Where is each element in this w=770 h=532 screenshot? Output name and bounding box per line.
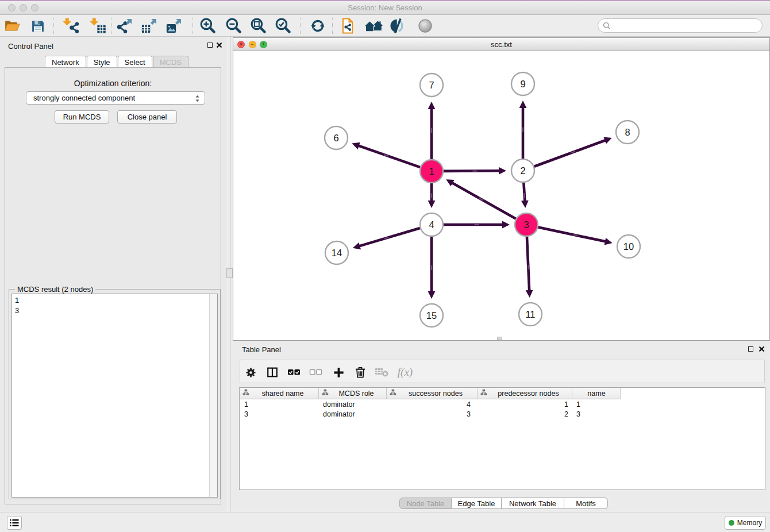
- columns-icon[interactable]: [265, 365, 280, 380]
- table-cell[interactable]: dominator: [319, 409, 387, 419]
- table-panel-close-icon[interactable]: [759, 346, 765, 352]
- home-icon[interactable]: [364, 17, 383, 35]
- import-network-icon[interactable]: [61, 17, 80, 35]
- graph-node-14[interactable]: 14: [325, 241, 348, 264]
- graph-edge-3-1[interactable]: [446, 179, 515, 218]
- mcds-result-scrollbar[interactable]: [209, 294, 217, 497]
- birdseye-icon[interactable]: [416, 17, 434, 35]
- network-canvas[interactable]: 7968124314101511: [233, 51, 769, 340]
- graph-edge-1-4[interactable]: [428, 183, 436, 208]
- graph-node-9[interactable]: 9: [511, 72, 534, 95]
- graph-edge-3-10[interactable]: [538, 227, 613, 245]
- export-image-icon[interactable]: [165, 17, 183, 35]
- graph-node-7[interactable]: 7: [420, 74, 443, 97]
- graph-node-10[interactable]: 10: [617, 235, 640, 258]
- export-table-icon[interactable]: [140, 17, 159, 35]
- control-tab-network[interactable]: Network: [45, 56, 86, 68]
- graph-edge-1-7[interactable]: [428, 102, 436, 159]
- criterion-dropdown[interactable]: strongly connected component: [26, 91, 205, 105]
- graph-edge-4-3[interactable]: [444, 221, 510, 229]
- graph-node-11[interactable]: 11: [519, 303, 542, 326]
- refresh-icon[interactable]: [309, 17, 327, 35]
- graph-node-2[interactable]: 2: [511, 159, 534, 182]
- graph-node-6[interactable]: 6: [325, 126, 348, 149]
- graph-edge-2-9[interactable]: [519, 101, 527, 159]
- network-window-titlebar[interactable]: × − + scc.txt: [233, 38, 769, 51]
- table-cell[interactable]: 2: [478, 409, 572, 419]
- toolbar-separator: [300, 18, 301, 34]
- graph-node-3[interactable]: 3: [515, 213, 538, 236]
- graph-edge-4-14[interactable]: [353, 228, 420, 249]
- column-header-successor-nodes[interactable]: successor nodes: [387, 388, 478, 399]
- gear-icon[interactable]: [243, 365, 258, 380]
- zoom-in-icon[interactable]: [199, 17, 217, 35]
- graph-node-4[interactable]: 4: [420, 213, 443, 236]
- mcds-result-list[interactable]: 1 3: [11, 294, 218, 498]
- table-toolbar: f(x): [240, 360, 765, 383]
- table-cell[interactable]: 4: [387, 399, 478, 409]
- control-panel-float-icon[interactable]: [207, 43, 213, 48]
- sort-tree-icon: [242, 389, 249, 398]
- close-panel-button[interactable]: Close panel: [117, 110, 177, 124]
- control-tab-select[interactable]: Select: [118, 56, 152, 68]
- graph-edge-4-15[interactable]: [428, 237, 436, 299]
- sort-tree-icon: [322, 389, 329, 398]
- graph-node-1[interactable]: 1: [420, 160, 443, 183]
- table-tab-motifs[interactable]: Motifs: [564, 498, 608, 509]
- memory-status-dot: [729, 520, 734, 526]
- import-table-icon[interactable]: [88, 17, 107, 35]
- deselect-all-icon[interactable]: [309, 365, 324, 380]
- status-bar: Memory: [0, 512, 770, 532]
- table-cell[interactable]: 1: [240, 399, 319, 409]
- run-mcds-button[interactable]: Run MCDS: [55, 110, 109, 124]
- memory-button[interactable]: Memory: [725, 516, 766, 530]
- table-cell[interactable]: 1: [572, 399, 621, 409]
- graph-node-15[interactable]: 15: [420, 304, 443, 327]
- svg-text:2: 2: [520, 165, 525, 176]
- table-panel-float-icon[interactable]: [748, 346, 753, 352]
- control-panel-close-icon[interactable]: [216, 42, 222, 48]
- control-tab-mcds[interactable]: MCDS: [153, 56, 188, 68]
- search-input[interactable]: [598, 18, 763, 33]
- graphics-details-icon[interactable]: [388, 17, 407, 35]
- delete-row-icon[interactable]: [353, 365, 368, 380]
- table-cell[interactable]: 3: [387, 409, 478, 419]
- table-tab-network-table[interactable]: Network Table: [502, 498, 564, 509]
- zoom-out-icon[interactable]: [225, 17, 243, 35]
- graph-edge-1-6[interactable]: [352, 142, 420, 167]
- table-row[interactable]: 3dominator323: [240, 409, 621, 419]
- node-table: shared nameMCDS rolesuccessor nodesprede…: [239, 387, 765, 490]
- table-cell[interactable]: 1: [478, 399, 572, 409]
- graph-edge-1-2[interactable]: [444, 167, 506, 175]
- export-network-icon[interactable]: [116, 17, 134, 35]
- graph-edge-3-11[interactable]: [526, 237, 533, 298]
- table-tab-edge-table[interactable]: Edge Table: [452, 498, 502, 509]
- table-row[interactable]: 1dominator411: [240, 399, 621, 409]
- add-row-icon[interactable]: [331, 365, 346, 380]
- table-cell[interactable]: dominator: [319, 399, 387, 409]
- table-cell[interactable]: 3: [572, 409, 621, 419]
- task-history-button[interactable]: [7, 516, 22, 530]
- open-session-icon[interactable]: [3, 17, 21, 35]
- column-header-shared-name[interactable]: shared name: [240, 388, 319, 399]
- zoom-fit-icon[interactable]: [249, 17, 268, 35]
- column-header-predecessor-nodes[interactable]: predecessor nodes: [478, 388, 572, 399]
- graph-edge-2-8[interactable]: [534, 137, 612, 167]
- mcds-result-box: MCDS result (2 nodes) 1 3: [9, 289, 221, 499]
- graph-node-8[interactable]: 8: [616, 121, 639, 144]
- table-cell[interactable]: 3: [240, 409, 319, 419]
- select-all-icon[interactable]: [287, 365, 302, 380]
- column-header-MCDS-role[interactable]: MCDS role: [319, 388, 387, 399]
- network-window-resize-grip[interactable]: [497, 337, 502, 340]
- zoom-selected-icon[interactable]: [274, 17, 292, 35]
- save-session-icon[interactable]: [29, 17, 47, 35]
- graph-edge-2-3[interactable]: [521, 183, 529, 208]
- control-panel: Control Panel NetworkStyleSelectMCDS Opt…: [0, 37, 226, 512]
- panel-divider-grip[interactable]: [226, 268, 233, 278]
- new-network-from-selection-icon[interactable]: [338, 17, 357, 35]
- table-tab-node-table[interactable]: Node Table: [399, 498, 452, 509]
- svg-text:10: 10: [623, 241, 634, 252]
- column-header-name[interactable]: name: [572, 388, 621, 399]
- delete-table-icon: [375, 365, 390, 380]
- control-tab-style[interactable]: Style: [87, 56, 117, 68]
